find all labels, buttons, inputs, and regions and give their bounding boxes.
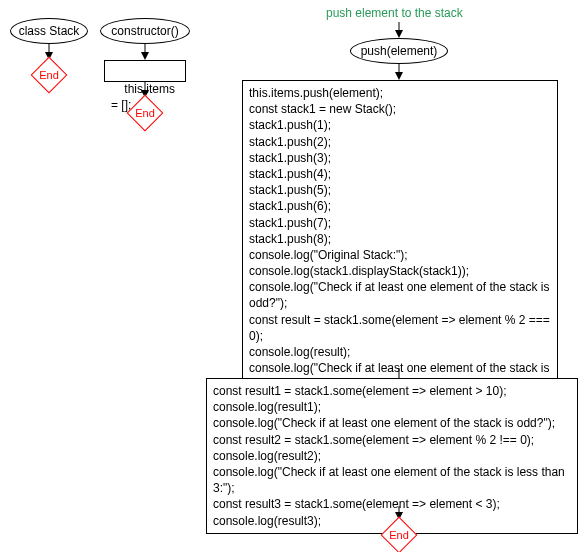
end-node: End: [128, 96, 162, 130]
end-label: End: [39, 69, 59, 81]
arrow-icon: [395, 72, 403, 80]
node-class-stack: class Stack: [10, 18, 88, 44]
connector: [399, 368, 400, 378]
arrow-icon: [141, 52, 149, 60]
flowchart-canvas: class Stack End constructor() this.items…: [6, 6, 578, 546]
end-node: End: [32, 58, 66, 92]
end-label: End: [135, 107, 155, 119]
node-push-label: push(element): [361, 44, 438, 58]
end-node: End: [382, 518, 416, 552]
arrow-icon: [395, 30, 403, 38]
comment-push: push element to the stack: [326, 6, 463, 20]
code-block-1: this.items.push(element); const stack1 =…: [242, 80, 558, 398]
end-label: End: [389, 529, 409, 541]
node-constructor-label: constructor(): [111, 24, 178, 38]
node-class-stack-label: class Stack: [19, 24, 80, 38]
code-block-2: const result1 = stack1.some(element => e…: [206, 378, 578, 534]
node-constructor-body: this.items = [];: [104, 60, 186, 82]
node-push: push(element): [350, 38, 448, 64]
node-constructor: constructor(): [100, 18, 190, 44]
